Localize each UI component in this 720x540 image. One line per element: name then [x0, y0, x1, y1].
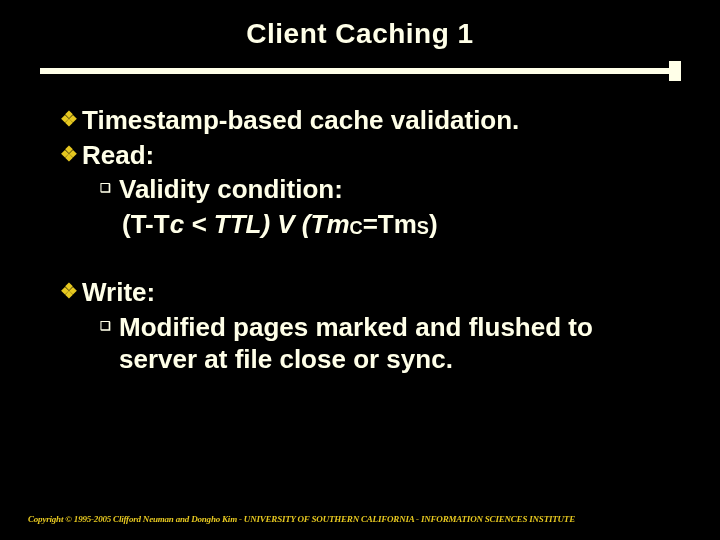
bullet-text: Read: — [82, 139, 670, 172]
diamond-bullet-icon: ❖ — [60, 139, 78, 169]
copyright-footer: Copyright © 1995-2005 Clifford Neuman an… — [28, 514, 575, 524]
slide-title: Client Caching 1 — [0, 0, 720, 50]
slide-content: ❖ Timestamp-based cache validation. ❖ Re… — [60, 104, 670, 376]
sub-bullet-item: ❑ Validity condition: — [100, 173, 670, 206]
formula-part: ) — [429, 209, 438, 239]
diamond-bullet-icon: ❖ — [60, 104, 78, 134]
formula-subscript: S — [417, 218, 429, 238]
sub-bullet-text: Modified pages marked and flushed to ser… — [119, 311, 670, 376]
diamond-bullet-icon: ❖ — [60, 276, 78, 306]
sub-bullet-text: Validity condition: — [119, 173, 670, 206]
title-rule — [40, 68, 680, 74]
bullet-item: ❖ Read: — [60, 139, 670, 172]
formula-subscript: C — [350, 218, 363, 238]
bullet-text: Write: — [82, 276, 670, 309]
sub-bullet-item: ❑ Modified pages marked and flushed to s… — [100, 311, 670, 376]
formula-part: < TTL) V (Tm — [184, 209, 349, 239]
bullet-item: ❖ Write: — [60, 276, 670, 309]
slide: Client Caching 1 ❖ Timestamp-based cache… — [0, 0, 720, 540]
formula-italic: c — [170, 209, 184, 239]
bullet-text: Timestamp-based cache validation. — [82, 104, 670, 137]
bullet-item: ❖ Timestamp-based cache validation. — [60, 104, 670, 137]
formula-part: =Tm — [363, 209, 417, 239]
square-bullet-icon: ❑ — [100, 173, 111, 203]
formula-line: (T-Tc < TTL) V (TmC=TmS) — [122, 208, 670, 241]
formula-part: (T-T — [122, 209, 170, 239]
square-bullet-icon: ❑ — [100, 311, 111, 341]
